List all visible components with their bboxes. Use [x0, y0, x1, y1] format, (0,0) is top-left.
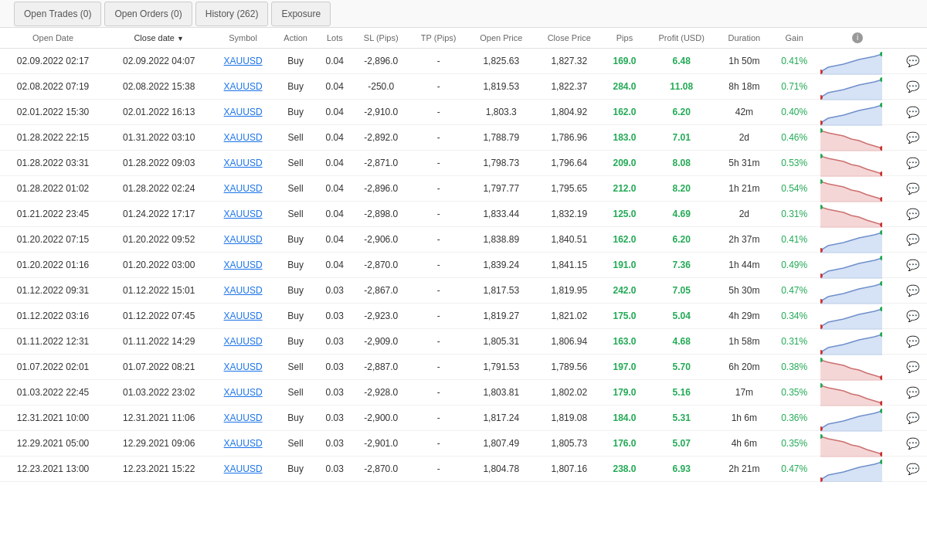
gain-cell: 0.47% [771, 278, 817, 304]
comment-cell[interactable]: 💬 [898, 355, 927, 380]
comment-cell[interactable]: 💬 [898, 380, 927, 406]
tp-cell: - [409, 380, 467, 406]
open-price-cell: 1,807.49 [467, 431, 535, 456]
comment-cell[interactable]: 💬 [898, 176, 927, 202]
close-date-cell: 12.29.2021 09:06 [106, 431, 212, 456]
profit-cell: 4.68 [646, 329, 718, 355]
col-symbol[interactable]: Symbol [212, 28, 274, 49]
sl-cell: -2,898.0 [352, 202, 409, 227]
tp-cell: - [409, 406, 467, 431]
open-date-cell: 01.28.2022 03:31 [0, 151, 106, 176]
tab-history[interactable]: History (262) [195, 2, 269, 26]
sl-cell: -2,896.0 [352, 49, 409, 74]
comment-cell[interactable]: 💬 [898, 456, 927, 482]
open-price-cell: 1,788.79 [467, 125, 535, 151]
symbol-cell[interactable]: XAUUSD [212, 304, 274, 329]
comment-cell[interactable]: 💬 [898, 406, 927, 431]
duration-cell: 2h 37m [718, 227, 772, 253]
profit-cell: 5.04 [646, 304, 718, 329]
sl-cell: -2,906.0 [352, 227, 409, 253]
tp-cell: - [409, 304, 467, 329]
comment-cell[interactable]: 💬 [898, 49, 927, 74]
lots-cell: 0.03 [317, 431, 352, 456]
col-action[interactable]: Action [274, 28, 317, 49]
symbol-cell[interactable]: XAUUSD [212, 456, 274, 482]
symbol-cell[interactable]: XAUUSD [212, 100, 274, 125]
comment-cell[interactable]: 💬 [898, 253, 927, 278]
lots-cell: 0.04 [317, 125, 352, 151]
close-date-cell: 01.07.2022 08:21 [106, 355, 212, 380]
open-price-cell: 1,819.53 [467, 74, 535, 100]
action-cell: Sell [274, 176, 317, 202]
close-date-cell: 02.09.2022 04:07 [106, 49, 212, 74]
comment-cell[interactable]: 💬 [898, 151, 927, 176]
tab-open-trades[interactable]: Open Trades (0) [14, 2, 101, 26]
symbol-cell[interactable]: XAUUSD [212, 49, 274, 74]
gain-cell: 0.46% [771, 125, 817, 151]
comment-cell[interactable]: 💬 [898, 329, 927, 355]
comment-cell[interactable]: 💬 [898, 227, 927, 253]
duration-cell: 17m [718, 380, 772, 406]
close-date-cell: 02.01.2022 16:13 [106, 100, 212, 125]
comment-cell[interactable]: 💬 [898, 100, 927, 125]
symbol-cell[interactable]: XAUUSD [212, 253, 274, 278]
duration-cell: 1h 50m [718, 49, 772, 74]
table-container: Open DateClose date ▼SymbolActionLotsSL … [0, 28, 927, 482]
duration-cell: 1h 58m [718, 329, 772, 355]
sl-cell: -2,867.0 [352, 278, 409, 304]
duration-cell: 1h 21m [718, 176, 772, 202]
col-open-date[interactable]: Open Date [0, 28, 106, 49]
table-row: 12.29.2021 05:0012.29.2021 09:06XAUUSDSe… [0, 431, 927, 456]
col-tp: TP (Pips) [409, 28, 467, 49]
open-price-cell: 1,839.24 [467, 253, 535, 278]
table-row: 12.31.2021 10:0012.31.2021 11:06XAUUSDBu… [0, 406, 927, 431]
comment-cell[interactable]: 💬 [898, 278, 927, 304]
tabs-container: Open Trades (0)Open Orders (0)History (2… [14, 2, 334, 26]
chart-cell [817, 202, 879, 226]
lots-cell: 0.04 [317, 151, 352, 176]
duration-cell: 5h 31m [718, 151, 772, 176]
symbol-cell[interactable]: XAUUSD [212, 329, 274, 355]
open-price-cell: 1,798.73 [467, 151, 535, 176]
tab-open-orders[interactable]: Open Orders (0) [104, 2, 192, 26]
symbol-cell[interactable]: XAUUSD [212, 151, 274, 176]
open-price-cell: 1,833.44 [467, 202, 535, 227]
comment-cell[interactable]: 💬 [898, 74, 927, 100]
sort-arrow: ▼ [177, 35, 184, 42]
chart-cell [817, 253, 879, 277]
profit-cell: 7.05 [646, 278, 718, 304]
comment-cell[interactable]: 💬 [898, 304, 927, 329]
close-date-cell: 12.31.2021 11:06 [106, 406, 212, 431]
comment-cell[interactable]: 💬 [898, 431, 927, 456]
close-date-cell: 01.03.2022 23:02 [106, 380, 212, 406]
open-price-cell: 1,797.77 [467, 176, 535, 202]
col-close-date[interactable]: Close date ▼ [106, 28, 212, 49]
table-row: 01.20.2022 07:1501.20.2022 09:52XAUUSDBu… [0, 227, 927, 253]
duration-cell: 6h 20m [718, 355, 772, 380]
symbol-cell[interactable]: XAUUSD [212, 355, 274, 380]
symbol-cell[interactable]: XAUUSD [212, 176, 274, 202]
symbol-cell[interactable]: XAUUSD [212, 278, 274, 304]
open-date-cell: 01.12.2022 09:31 [0, 278, 106, 304]
symbol-cell[interactable]: XAUUSD [212, 202, 274, 227]
sl-cell: -2,887.0 [352, 355, 409, 380]
table-row: 02.01.2022 15:3002.01.2022 16:13XAUUSDBu… [0, 100, 927, 125]
chart-cell [817, 304, 879, 328]
symbol-cell[interactable]: XAUUSD [212, 227, 274, 253]
symbol-cell[interactable]: XAUUSD [212, 380, 274, 406]
close-price-cell: 1,841.15 [535, 253, 603, 278]
gain-cell: 0.35% [771, 431, 817, 456]
symbol-cell[interactable]: XAUUSD [212, 431, 274, 456]
chart-cell [817, 456, 879, 481]
open-price-cell: 1,803.81 [467, 380, 535, 406]
comment-cell[interactable]: 💬 [898, 202, 927, 227]
close-price-cell: 1,840.51 [535, 227, 603, 253]
profit-cell: 8.08 [646, 151, 718, 176]
symbol-cell[interactable]: XAUUSD [212, 406, 274, 431]
comment-cell[interactable]: 💬 [898, 125, 927, 151]
sl-cell: -2,900.0 [352, 406, 409, 431]
tab-exposure[interactable]: Exposure [271, 2, 331, 26]
symbol-cell[interactable]: XAUUSD [212, 74, 274, 100]
symbol-cell[interactable]: XAUUSD [212, 125, 274, 151]
info-icon[interactable]: i [852, 32, 863, 43]
